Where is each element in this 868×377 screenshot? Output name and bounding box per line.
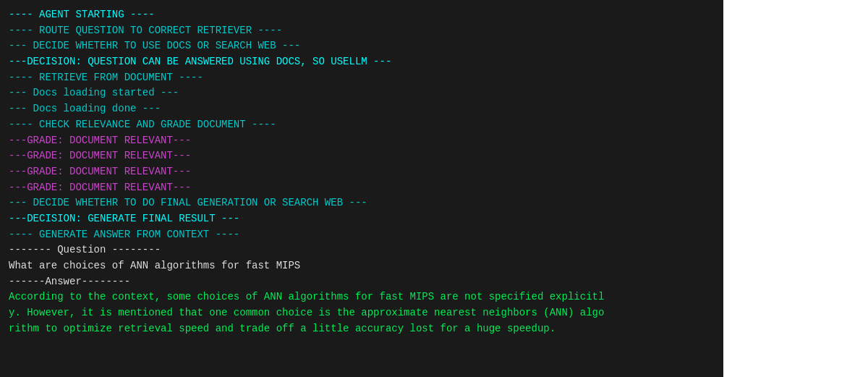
answer-header: ------Answer-------- (9, 274, 715, 290)
grade-4: ---GRADE: DOCUMENT RELEVANT--- (9, 180, 715, 196)
answer-line-3: rithm to optimize retrieval speed and tr… (9, 321, 715, 337)
retrieve-doc: ---- RETRIEVE FROM DOCUMENT ---- (9, 70, 715, 86)
terminal-output: ---- AGENT STARTING -------- ROUTE QUEST… (0, 0, 723, 377)
route-question: ---- ROUTE QUESTION TO CORRECT RETRIEVER… (9, 23, 715, 39)
agent-starting: ---- AGENT STARTING ---- (9, 7, 715, 23)
decision-final: ---DECISION: GENERATE FINAL RESULT --- (9, 211, 715, 227)
check-relevance: ---- CHECK RELEVANCE AND GRADE DOCUMENT … (9, 117, 715, 133)
grade-1: ---GRADE: DOCUMENT RELEVANT--- (9, 133, 715, 149)
docs-loading-start: --- Docs loading started --- (9, 85, 715, 101)
question-header: ------- Question -------- (9, 242, 715, 258)
grade-3: ---GRADE: DOCUMENT RELEVANT--- (9, 164, 715, 180)
generate-answer: ---- GENERATE ANSWER FROM CONTEXT ---- (9, 227, 715, 243)
question-text: What are choices of ANN algorithms for f… (9, 258, 715, 274)
decide-final: --- DECIDE WHETEHR TO DO FINAL GENERATIO… (9, 195, 715, 211)
decide-docs: --- DECIDE WHETEHR TO USE DOCS OR SEARCH… (9, 38, 715, 54)
answer-line-2: y. However, it is mentioned that one com… (9, 305, 715, 321)
answer-line-1: According to the context, some choices o… (9, 289, 715, 305)
decision-docs: ---DECISION: QUESTION CAN BE ANSWERED US… (9, 54, 715, 70)
sidebar-white (723, 0, 868, 377)
grade-2: ---GRADE: DOCUMENT RELEVANT--- (9, 148, 715, 164)
docs-loading-done: --- Docs loading done --- (9, 101, 715, 117)
